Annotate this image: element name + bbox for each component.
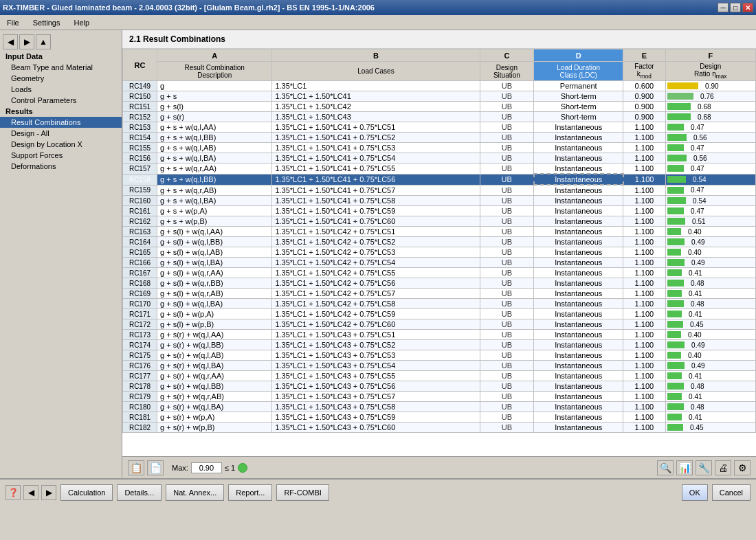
table-row[interactable]: RC173g + s(r) + w(q,l,AA)1.35*LC1 + 1.50… bbox=[123, 330, 756, 340]
cell-design-ratio: 0.48 bbox=[665, 381, 755, 392]
cell-design-situation: UB bbox=[480, 216, 534, 227]
cell-design-ratio: 0.48 bbox=[665, 299, 755, 309]
cell-kmod: 1.100 bbox=[623, 402, 665, 412]
cell-load-cases: 1.35*LC1 + 1.50*LC41 + 0.75*LC58 bbox=[272, 196, 480, 206]
table-row[interactable]: RC174g + s(r) + w(q,l,BB)1.35*LC1 + 1.50… bbox=[123, 340, 756, 350]
calculation-button[interactable]: Calculation bbox=[60, 484, 113, 501]
cell-load-cases: 1.35*LC1 + 1.50*LC42 + 0.75*LC52 bbox=[272, 237, 480, 247]
cell-design-ratio: 0.48 bbox=[665, 278, 755, 289]
cell-design-situation: UB bbox=[480, 164, 534, 175]
cell-ldc: Instantaneous bbox=[534, 278, 623, 289]
table-row[interactable]: RC153g + s + w(q,l,AA)1.35*LC1 + 1.50*LC… bbox=[123, 122, 756, 133]
cell-load-cases: 1.35*LC1 + 1.50*LC43 + 0.75*LC53 bbox=[272, 350, 480, 361]
cell-design-ratio: 0.47 bbox=[665, 143, 755, 153]
table-row[interactable]: RC172g + s(l) + w(p,B)1.35*LC1 + 1.50*LC… bbox=[123, 319, 756, 330]
view-icon[interactable]: 🔍 bbox=[657, 460, 674, 475]
cell-design-situation: UB bbox=[480, 196, 534, 206]
sidebar-item-geometry[interactable]: Geometry bbox=[0, 73, 122, 84]
table-row[interactable]: RC155g + s + w(q,l,AB)1.35*LC1 + 1.50*LC… bbox=[123, 143, 756, 153]
table-row[interactable]: RC168g + s(l) + w(q,r,BB)1.35*LC1 + 1.50… bbox=[123, 278, 756, 289]
cell-design-ratio: 0.49 bbox=[665, 237, 755, 247]
close-button[interactable]: ✕ bbox=[742, 3, 753, 12]
table-row[interactable]: RC182g + s(r) + w(p,B)1.35*LC1 + 1.50*LC… bbox=[123, 423, 756, 433]
table-row[interactable]: RC150g + s1.35*LC1 + 1.50*LC41UBShort-te… bbox=[123, 91, 756, 102]
nav-forward-icon[interactable]: ▶ bbox=[19, 34, 34, 49]
cell-description: g + s(r) + w(q,l,BA) bbox=[157, 402, 272, 412]
sidebar-item-design-by-location[interactable]: Design by Location X bbox=[0, 139, 122, 150]
sidebar-item-beam-type[interactable]: Beam Type and Material bbox=[0, 62, 122, 73]
table-row[interactable]: RC175g + s(r) + w(q,l,AB)1.35*LC1 + 1.50… bbox=[123, 350, 756, 361]
table-row[interactable]: RC181g + s(r) + w(p,A)1.35*LC1 + 1.50*LC… bbox=[123, 412, 756, 423]
cell-rc: RC159 bbox=[123, 185, 157, 196]
maximize-button[interactable]: □ bbox=[730, 3, 741, 12]
table-row[interactable]: RC159g + s + w(q,r,AB)1.35*LC1 + 1.50*LC… bbox=[123, 185, 756, 196]
table-row[interactable]: RC152g + s(r)1.35*LC1 + 1.50*LC43UBShort… bbox=[123, 112, 756, 122]
nat-annex-button[interactable]: Nat. Annex... bbox=[166, 484, 224, 501]
table-row[interactable]: RC151g + s(l)1.35*LC1 + 1.50*LC42UBShort… bbox=[123, 102, 756, 112]
table-row[interactable]: RC170g + s(l) + w(q,l,BA)1.35*LC1 + 1.50… bbox=[123, 299, 756, 309]
max-value-input[interactable] bbox=[191, 462, 222, 473]
cell-rc: RC172 bbox=[123, 319, 157, 330]
cell-ldc: Instantaneous bbox=[534, 412, 623, 423]
cell-rc: RC167 bbox=[123, 268, 157, 278]
page-back-icon[interactable]: ❓ bbox=[5, 485, 21, 500]
menu-settings[interactable]: Settings bbox=[29, 17, 65, 28]
nav-up-icon[interactable]: ▲ bbox=[36, 34, 51, 49]
table-row[interactable]: RC161g + s + w(p,A)1.35*LC1 + 1.50*LC41 … bbox=[123, 206, 756, 216]
cell-design-ratio: 0.54 bbox=[665, 174, 755, 185]
button-bar: ❓ ◀ ▶ Calculation Details... Nat. Annex.… bbox=[0, 478, 756, 506]
cell-rc: RC157 bbox=[123, 164, 157, 175]
table-row[interactable]: RC177g + s(r) + w(q,r,AA)1.35*LC1 + 1.50… bbox=[123, 371, 756, 381]
sidebar-item-result-combinations[interactable]: Result Combinations bbox=[0, 117, 122, 128]
sidebar-item-deformations[interactable]: Deformations bbox=[0, 161, 122, 172]
rf-combi-button[interactable]: RF-COMBI bbox=[276, 484, 329, 501]
table-row[interactable]: RC164g + s(l) + w(q,l,BB)1.35*LC1 + 1.50… bbox=[123, 237, 756, 247]
copy-icon[interactable]: 📄 bbox=[147, 460, 164, 475]
table-row[interactable]: RC157g + s + w(q,r,AA)1.35*LC1 + 1.50*LC… bbox=[123, 164, 756, 175]
table-row[interactable]: RC178g + s(r) + w(q,l,BB)1.35*LC1 + 1.50… bbox=[123, 381, 756, 392]
cell-description: g + s + w(q,l,BA) bbox=[157, 153, 272, 164]
sidebar-item-loads[interactable]: Loads bbox=[0, 84, 122, 95]
details-button[interactable]: Details... bbox=[117, 484, 162, 501]
table-row[interactable]: RC156g + s + w(q,l,BA)1.35*LC1 + 1.50*LC… bbox=[123, 153, 756, 164]
table-row[interactable]: RC154g + s + w(q,l,BB)1.35*LC1 + 1.50*LC… bbox=[123, 133, 756, 143]
minimize-button[interactable]: ─ bbox=[718, 3, 729, 12]
cell-kmod: 0.900 bbox=[623, 91, 665, 102]
page-fwd-icon[interactable]: ◀ bbox=[23, 485, 38, 500]
sidebar-item-control-params[interactable]: Control Parameters bbox=[0, 95, 122, 106]
nav-back-icon[interactable]: ◀ bbox=[3, 34, 18, 49]
cell-load-cases: 1.35*LC1 + 1.50*LC42 + 0.75*LC54 bbox=[272, 258, 480, 268]
settings-icon[interactable]: ⚙ bbox=[734, 460, 751, 475]
print-icon[interactable]: 🖨 bbox=[715, 460, 731, 475]
export-icon[interactable]: 📋 bbox=[128, 460, 144, 475]
cell-description: g + s(r) + w(p,B) bbox=[157, 423, 272, 433]
table-row[interactable]: RC180g + s(r) + w(q,l,BA)1.35*LC1 + 1.50… bbox=[123, 402, 756, 412]
sidebar-item-design-all[interactable]: Design - All bbox=[0, 128, 122, 139]
table-row[interactable]: RC166g + s(l) + w(q,l,BA)1.35*LC1 + 1.50… bbox=[123, 258, 756, 268]
table-row[interactable]: RC160g + s + w(q,l,BA)1.35*LC1 + 1.50*LC… bbox=[123, 196, 756, 206]
col-subheader-a: Result CombinationDescription bbox=[157, 62, 272, 81]
table-row[interactable]: RC149g1.35*LC1UBPermanent0.6000.90 bbox=[123, 81, 756, 91]
table-row[interactable]: RC179g + s(r) + w(q,r,AB)1.35*LC1 + 1.50… bbox=[123, 392, 756, 402]
cell-description: g + s(l) + w(q,l,AB) bbox=[157, 247, 272, 258]
table-row[interactable]: RC158g + s + w(q,l,BB)1.35*LC1 + 1.50*LC… bbox=[123, 174, 756, 185]
ok-button[interactable]: OK bbox=[682, 484, 708, 501]
cell-kmod: 1.100 bbox=[623, 164, 665, 175]
chart-icon[interactable]: 📊 bbox=[676, 460, 693, 475]
report-button[interactable]: Report... bbox=[228, 484, 272, 501]
table-container[interactable]: RC A B C D E F Result CombinationDescrip… bbox=[122, 49, 756, 456]
menu-file[interactable]: File bbox=[3, 17, 23, 28]
menu-help[interactable]: Help bbox=[69, 17, 93, 28]
table-row[interactable]: RC171g + s(l) + w(p,A)1.35*LC1 + 1.50*LC… bbox=[123, 309, 756, 319]
table-row[interactable]: RC167g + s(l) + w(q,r,AA)1.35*LC1 + 1.50… bbox=[123, 268, 756, 278]
cancel-button[interactable]: Cancel bbox=[712, 484, 751, 501]
table-row[interactable]: RC169g + s(l) + w(q,r,AB)1.35*LC1 + 1.50… bbox=[123, 289, 756, 299]
sidebar-item-support-forces[interactable]: Support Forces bbox=[0, 150, 122, 161]
page-home-icon[interactable]: ▶ bbox=[41, 485, 56, 500]
cell-design-situation: UB bbox=[480, 402, 534, 412]
table-row[interactable]: RC163g + s(l) + w(q,l,AA)1.35*LC1 + 1.50… bbox=[123, 227, 756, 237]
filter-icon[interactable]: 🔧 bbox=[696, 460, 712, 475]
table-row[interactable]: RC162g + s + w(p,B)1.35*LC1 + 1.50*LC41 … bbox=[123, 216, 756, 227]
table-row[interactable]: RC176g + s(r) + w(q,l,BA)1.35*LC1 + 1.50… bbox=[123, 361, 756, 371]
table-row[interactable]: RC165g + s(l) + w(q,l,AB)1.35*LC1 + 1.50… bbox=[123, 247, 756, 258]
